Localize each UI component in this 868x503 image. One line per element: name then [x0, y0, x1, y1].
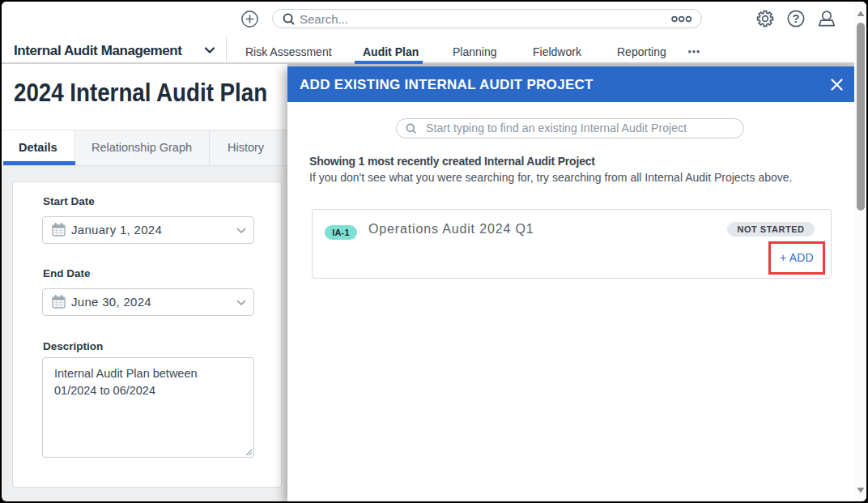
svg-text:?: ? [793, 12, 800, 25]
